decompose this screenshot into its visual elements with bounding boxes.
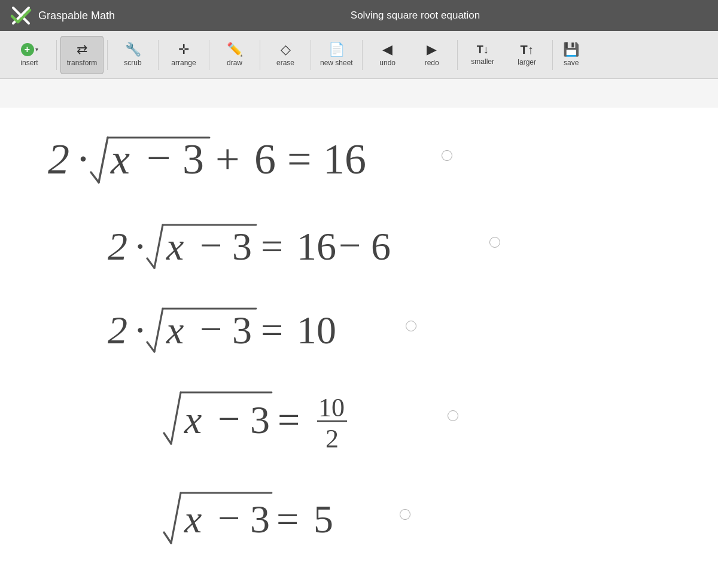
equation-circle-2[interactable]: [489, 237, 500, 248]
save-label: save: [564, 59, 579, 67]
svg-line-38: [171, 392, 181, 444]
logo-icon: [10, 4, 32, 27]
svg-text:x: x: [184, 497, 202, 541]
divider-1: [56, 40, 57, 70]
redo-icon: ▶: [427, 43, 437, 56]
svg-text:3: 3: [182, 135, 204, 183]
svg-text:−: −: [200, 223, 222, 267]
svg-line-48: [171, 493, 181, 543]
svg-line-5: [91, 172, 99, 182]
svg-text:x: x: [184, 398, 202, 441]
svg-text:=: =: [261, 308, 283, 352]
divider-9: [552, 40, 553, 70]
save-icon: 💾: [563, 43, 579, 56]
equation-circle-3[interactable]: [406, 321, 416, 331]
svg-text:16: 16: [323, 135, 366, 183]
svg-text:·: ·: [135, 308, 145, 352]
larger-label: larger: [518, 58, 536, 66]
svg-line-29: [147, 342, 154, 352]
svg-text:·: ·: [135, 224, 145, 268]
svg-text:=: =: [287, 135, 312, 183]
equation-svg-3: 2 · x − 3 = 10: [90, 293, 401, 359]
svg-text:10: 10: [318, 393, 345, 422]
svg-text:·: ·: [78, 135, 89, 183]
svg-text:x: x: [166, 308, 184, 352]
insert-button[interactable]: + ▾ insert: [6, 36, 53, 74]
svg-text:−: −: [147, 134, 171, 182]
svg-text:=: =: [261, 224, 283, 268]
undo-button[interactable]: ◀ undo: [366, 36, 409, 74]
svg-text:3: 3: [232, 224, 252, 268]
svg-line-6: [99, 138, 108, 182]
divider-8: [457, 40, 458, 70]
draw-button[interactable]: ✏️ draw: [213, 36, 256, 74]
new-sheet-button[interactable]: 📄 new sheet: [315, 36, 358, 74]
insert-label: insert: [20, 59, 38, 67]
divider-7: [362, 40, 363, 70]
scrub-button[interactable]: 🔧 scrub: [111, 36, 154, 74]
arrange-button[interactable]: ✛ arrange: [162, 36, 205, 74]
svg-text:=: =: [276, 497, 299, 541]
erase-label: erase: [276, 59, 294, 67]
equation-row-1: 2 · x − 3 + 6 = 16: [30, 120, 718, 191]
svg-text:3: 3: [232, 308, 252, 352]
toolbar: + ▾ insert ⇄ transform 🔧 scrub ✛ arrange…: [0, 31, 718, 79]
transform-label: transform: [67, 59, 98, 67]
svg-text:6: 6: [254, 135, 276, 183]
svg-text:2: 2: [108, 224, 127, 268]
svg-text:2: 2: [325, 424, 339, 453]
equations-container: 2 · x − 3 + 6 = 16: [18, 120, 718, 555]
equation-circle-1[interactable]: [442, 150, 452, 161]
smaller-button[interactable]: T↓ smaller: [461, 36, 504, 74]
svg-text:x: x: [110, 135, 130, 183]
svg-text:3: 3: [250, 497, 270, 541]
erase-button[interactable]: ◇ erase: [264, 36, 307, 74]
svg-line-37: [164, 433, 171, 444]
svg-text:3: 3: [250, 398, 270, 441]
svg-text:−: −: [339, 223, 361, 267]
divider-6: [311, 40, 311, 70]
smaller-icon: T↓: [477, 44, 489, 55]
equation-svg-1: 2 · x − 3 + 6 = 16: [30, 120, 437, 191]
plus-circle-icon: +: [21, 43, 34, 56]
equation-svg-4: x − 3 = 10 2: [156, 377, 443, 455]
equation-svg-5: x − 3 = 5: [156, 479, 395, 550]
new-sheet-icon: 📄: [328, 43, 345, 56]
svg-text:x: x: [166, 224, 184, 268]
transform-button[interactable]: ⇄ transform: [60, 36, 104, 74]
svg-text:+: +: [215, 135, 240, 183]
undo-label: undo: [379, 59, 395, 67]
equation-row-5: x − 3 = 5: [156, 479, 718, 550]
app-header: Graspable Math Solving square root equat…: [0, 0, 718, 31]
equation-svg-2: 2 · x − 3 = 16 − 6: [90, 209, 485, 275]
draw-label: draw: [227, 59, 242, 67]
equation-circle-5[interactable]: [400, 509, 410, 520]
canvas-area[interactable]: 2 · x − 3 + 6 = 16: [0, 108, 718, 588]
undo-icon: ◀: [382, 43, 393, 56]
logo-area: Graspable Math: [10, 4, 115, 27]
scrub-icon: 🔧: [125, 43, 141, 56]
larger-button[interactable]: T↑ larger: [506, 36, 549, 74]
redo-button[interactable]: ▶ redo: [410, 36, 454, 74]
equation-row-2: 2 · x − 3 = 16 − 6: [90, 209, 718, 275]
svg-text:2: 2: [48, 135, 69, 183]
svg-text:−: −: [218, 397, 240, 440]
insert-icon-wrap: + ▾: [21, 43, 38, 56]
svg-text:−: −: [218, 496, 240, 540]
smaller-label: smaller: [471, 57, 494, 66]
arrange-label: arrange: [171, 59, 196, 67]
equation-circle-4[interactable]: [448, 410, 458, 421]
scrub-label: scrub: [124, 59, 141, 67]
divider-4: [209, 40, 209, 70]
svg-line-17: [147, 258, 154, 268]
svg-text:6: 6: [371, 224, 391, 268]
page-title: Solving square root equation: [122, 10, 708, 22]
new-sheet-label: new sheet: [320, 59, 353, 67]
divider-2: [107, 40, 108, 70]
arrange-icon: ✛: [178, 43, 189, 56]
divider-5: [260, 40, 260, 70]
save-button[interactable]: 💾 save: [556, 36, 586, 74]
svg-text:16: 16: [297, 224, 336, 268]
svg-text:−: −: [200, 307, 222, 351]
divider-3: [158, 40, 159, 70]
